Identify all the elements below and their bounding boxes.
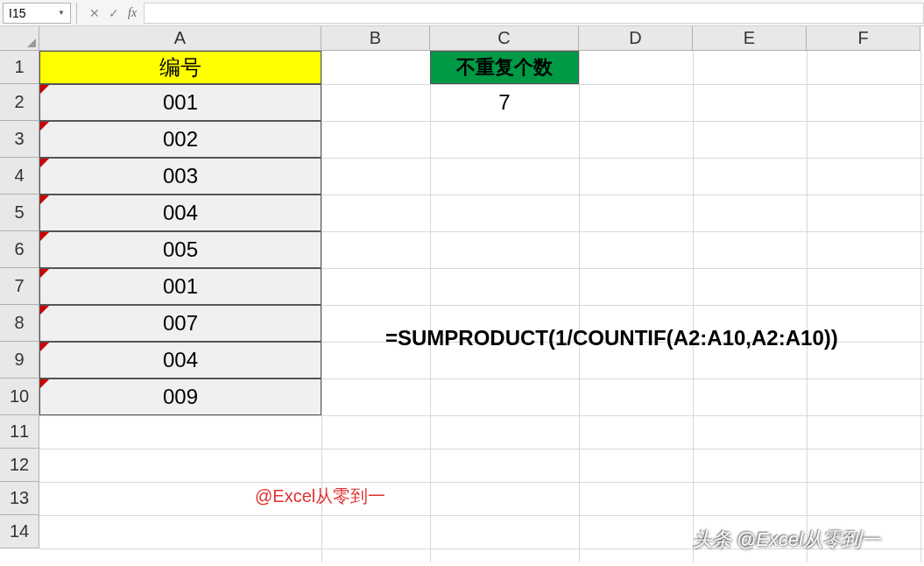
formula-input[interactable] <box>144 3 924 24</box>
comment-marker-icon <box>40 122 49 131</box>
comment-marker-icon <box>40 379 49 388</box>
formula-annotation: =SUMPRODUCT(1/COUNTIF(A2:A10,A2:A10)) <box>385 326 838 350</box>
cell-reference: I15 <box>9 6 25 20</box>
row-headers: 1 2 3 4 5 6 7 8 9 10 11 12 13 14 <box>0 51 39 548</box>
gridline <box>807 51 808 562</box>
row-header-14[interactable]: 14 <box>0 515 39 548</box>
watermark-platform: 头条 @Excel从零到一 <box>693 527 880 553</box>
gridline <box>430 51 431 562</box>
column-headers-row: A B C D E F <box>0 26 924 51</box>
column-header-C[interactable]: C <box>430 26 579 51</box>
cell-value: 002 <box>163 127 198 152</box>
formula-bar-icons: ✕ ✓ fx <box>82 6 144 20</box>
divider <box>76 3 77 24</box>
comment-marker-icon <box>40 269 49 278</box>
comment-marker-icon <box>40 85 49 94</box>
row-header-12[interactable]: 12 <box>0 449 39 482</box>
row-header-9[interactable]: 9 <box>0 342 39 379</box>
cell-value: 003 <box>163 164 198 188</box>
formula-bar: I15 ▼ ✕ ✓ fx <box>0 0 924 26</box>
cell-A9[interactable]: 004 <box>39 342 321 379</box>
grid-body: 1 2 3 4 5 6 7 8 9 10 11 12 13 14 <box>0 51 924 548</box>
cell-value: 001 <box>163 90 198 115</box>
column-header-B[interactable]: B <box>321 26 430 51</box>
column-header-D[interactable]: D <box>579 26 693 51</box>
cell-value: 004 <box>163 201 198 225</box>
cell-A5[interactable]: 004 <box>39 195 321 231</box>
row-header-6[interactable]: 6 <box>0 231 39 268</box>
name-box[interactable]: I15 ▼ <box>3 3 71 24</box>
watermark-author: @Excel从零到一 <box>255 485 385 508</box>
data-area[interactable]: 编号 001 002 003 004 005 <box>39 51 924 548</box>
name-box-dropdown-icon[interactable]: ▼ <box>58 9 65 17</box>
cancel-icon[interactable]: ✕ <box>89 6 100 20</box>
row-header-11[interactable]: 11 <box>0 415 39 449</box>
cell-value: 007 <box>163 311 198 336</box>
cell-C1[interactable]: 不重复个数 <box>430 51 579 84</box>
row-header-4[interactable]: 4 <box>0 158 39 195</box>
fx-icon[interactable]: fx <box>128 6 137 20</box>
row-header-3[interactable]: 3 <box>0 121 39 158</box>
row-header-1[interactable]: 1 <box>0 51 39 84</box>
comment-marker-icon <box>40 343 49 351</box>
gridline <box>39 482 924 483</box>
cell-A1[interactable]: 编号 <box>39 51 321 84</box>
cell-A6[interactable]: 005 <box>39 231 321 268</box>
comment-marker-icon <box>40 159 49 167</box>
cell-A7[interactable]: 001 <box>39 268 321 305</box>
row-header-7[interactable]: 7 <box>0 268 39 305</box>
select-all-corner[interactable] <box>0 26 39 51</box>
column-header-A[interactable]: A <box>39 26 321 51</box>
cell-A4[interactable]: 003 <box>39 158 321 195</box>
gridline <box>693 51 694 562</box>
cell-value: 001 <box>163 274 198 299</box>
cell-A2[interactable]: 001 <box>39 84 321 121</box>
row-header-8[interactable]: 8 <box>0 305 39 342</box>
column-header-F[interactable]: F <box>807 26 920 51</box>
spreadsheet-grid: A B C D E F 1 2 3 4 5 6 7 8 9 10 11 12 1… <box>0 26 924 548</box>
comment-marker-icon <box>40 232 49 241</box>
comment-marker-icon <box>40 195 49 204</box>
cell-value: 009 <box>163 385 198 409</box>
cell-A3[interactable]: 002 <box>39 121 321 158</box>
cell-value: 004 <box>163 348 198 372</box>
cell-value: 005 <box>163 237 198 262</box>
gridline <box>920 51 921 562</box>
row-header-5[interactable]: 5 <box>0 195 39 231</box>
row-header-13[interactable]: 13 <box>0 482 39 515</box>
gridline <box>579 51 580 562</box>
gridline <box>39 515 924 516</box>
row-header-10[interactable]: 10 <box>0 379 39 415</box>
comment-marker-icon <box>40 306 49 315</box>
gridline <box>39 415 924 416</box>
confirm-icon[interactable]: ✓ <box>109 6 119 20</box>
cell-A8[interactable]: 007 <box>39 305 321 342</box>
row-header-2[interactable]: 2 <box>0 84 39 121</box>
cell-C2[interactable]: 7 <box>430 84 579 121</box>
gridline <box>39 449 924 449</box>
column-header-E[interactable]: E <box>693 26 807 51</box>
cell-A10[interactable]: 009 <box>39 379 321 415</box>
